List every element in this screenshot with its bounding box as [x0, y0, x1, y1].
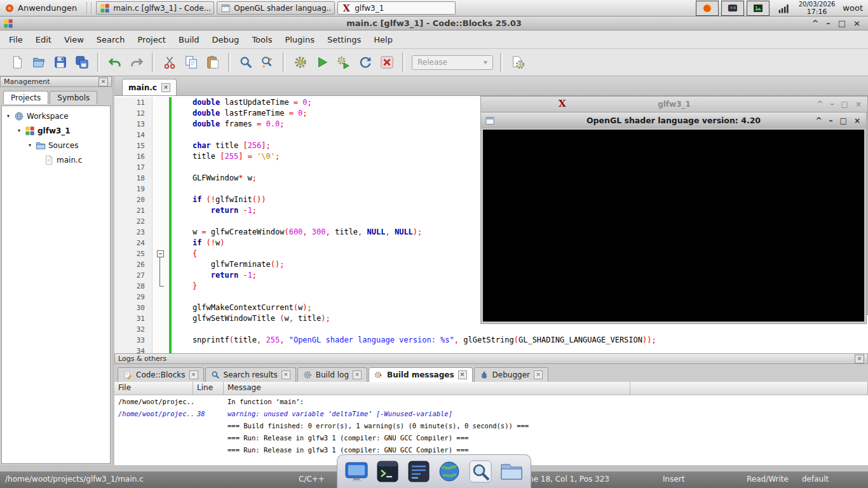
undo-button[interactable] — [106, 53, 124, 71]
clock[interactable]: 20/03/2026 17:16 — [799, 1, 836, 16]
fold-margin[interactable] — [153, 205, 169, 216]
rebuild-button[interactable] — [356, 53, 374, 71]
build-target-select[interactable]: Release — [412, 55, 493, 70]
fold-margin[interactable] — [153, 194, 169, 205]
logs-close-icon[interactable] — [855, 355, 864, 363]
menu-view[interactable]: View — [58, 32, 90, 47]
fold-box-icon[interactable] — [157, 250, 164, 257]
log-tab-close-icon[interactable] — [534, 370, 543, 379]
tree-item-main-c[interactable]: main.c — [2, 152, 110, 167]
menu-plugins[interactable]: Plugins — [278, 32, 321, 47]
log-tab-close-icon[interactable] — [458, 370, 467, 379]
build-button[interactable] — [292, 53, 309, 71]
management-close-icon[interactable] — [98, 78, 108, 86]
menu-search[interactable]: Search — [90, 32, 132, 47]
log-tab-close-icon[interactable] — [353, 370, 362, 379]
fold-margin[interactable] — [153, 270, 169, 281]
fold-margin[interactable] — [153, 108, 169, 119]
menu-build[interactable]: Build — [172, 32, 206, 47]
fold-margin[interactable] — [153, 130, 169, 140]
fold-margin[interactable] — [153, 173, 169, 184]
fold-margin[interactable] — [153, 227, 169, 238]
log-tab-close-icon[interactable] — [189, 370, 198, 379]
tree-item-workspace[interactable]: Workspace — [2, 109, 110, 123]
expander-icon[interactable] — [27, 142, 33, 148]
terminal-launcher[interactable] — [374, 458, 402, 485]
task-button-opengl-window[interactable]: OpenGL shader languag... — [217, 1, 335, 15]
find-button[interactable] — [237, 53, 255, 71]
fold-margin[interactable] — [153, 216, 169, 227]
fold-margin[interactable] — [153, 335, 169, 346]
column-file[interactable]: File — [114, 382, 193, 395]
run-button[interactable] — [313, 53, 331, 71]
menu-file[interactable]: File — [3, 32, 29, 47]
save-file-button[interactable] — [51, 53, 69, 71]
fold-margin[interactable] — [153, 292, 169, 302]
files-launcher[interactable] — [498, 458, 526, 485]
fold-margin[interactable] — [153, 119, 169, 130]
cut-button[interactable] — [161, 53, 179, 71]
task-button-codeblocks[interactable]: main.c [glfw3_1] - Code... — [96, 1, 214, 15]
column-message[interactable]: Message — [224, 382, 630, 395]
tab-build-log[interactable]: Build log — [297, 367, 367, 382]
shade-button[interactable] — [817, 100, 824, 109]
tab-build-messages[interactable]: Build messages — [369, 367, 473, 382]
image-viewer-tray-button[interactable] — [747, 1, 770, 16]
tree-item-sources[interactable]: Sources — [2, 138, 110, 152]
display-launcher[interactable] — [342, 458, 370, 485]
fold-margin[interactable] — [153, 248, 169, 259]
shade-button[interactable] — [811, 18, 818, 28]
minimize-button[interactable] — [831, 100, 834, 109]
redo-button[interactable] — [128, 53, 146, 71]
fold-margin[interactable] — [153, 281, 169, 292]
tree-item-project[interactable]: glfw3_1 — [2, 123, 110, 138]
firefox-tray-button[interactable] — [696, 1, 719, 16]
fold-margin[interactable] — [153, 324, 169, 335]
glfw-window-titlebar[interactable]: X glfw3_1 — [481, 97, 867, 112]
editor-tab-main-c[interactable]: main.c — [122, 79, 177, 95]
fold-margin[interactable] — [153, 259, 169, 270]
compile-file-button[interactable] — [509, 53, 527, 71]
table-row[interactable]: === Run: Release in glfw3_1 (compiler: G… — [114, 431, 868, 444]
tab-search-results[interactable]: Search results — [205, 367, 296, 382]
menu-debug[interactable]: Debug — [206, 32, 246, 47]
fold-margin[interactable] — [153, 97, 169, 108]
editor-tab-close-icon[interactable] — [161, 83, 170, 92]
fold-margin[interactable] — [153, 313, 169, 324]
replace-button[interactable] — [259, 53, 276, 71]
open-file-button[interactable] — [30, 53, 48, 71]
table-row[interactable]: /home/woot/projec... 38 warning: unused … — [114, 407, 868, 419]
shade-button[interactable] — [816, 116, 822, 125]
save-all-button[interactable] — [73, 53, 91, 71]
new-file-button[interactable] — [8, 53, 26, 71]
fold-margin[interactable] — [153, 302, 169, 313]
browser-launcher[interactable] — [435, 458, 463, 485]
menu-tools[interactable]: Tools — [245, 32, 278, 47]
tab-projects[interactable]: Projects — [3, 91, 48, 104]
menu-settings[interactable]: Settings — [321, 32, 367, 47]
terminal2-launcher[interactable] — [405, 458, 433, 485]
maximize-button[interactable] — [841, 100, 848, 109]
expander-icon[interactable] — [16, 128, 22, 133]
menu-help[interactable]: Help — [367, 32, 399, 47]
log-tab-close-icon[interactable] — [281, 370, 290, 379]
table-row[interactable]: === Build finished: 0 error(s), 1 warnin… — [114, 419, 868, 431]
paste-button[interactable] — [204, 53, 222, 71]
fold-margin[interactable] — [153, 238, 169, 248]
menu-edit[interactable]: Edit — [29, 32, 58, 47]
applications-menu-button[interactable]: Anwendungen — [3, 3, 82, 14]
close-button[interactable] — [855, 100, 862, 109]
fold-margin[interactable] — [153, 346, 169, 353]
build-and-run-button[interactable] — [335, 53, 353, 71]
opengl-window[interactable]: OpenGL shader language version: 4.20 — [480, 112, 867, 324]
fold-margin[interactable] — [153, 162, 169, 173]
fold-margin[interactable] — [153, 140, 169, 151]
window-titlebar[interactable]: main.c [glfw3_1] - Code::Blocks 25.03 — [0, 17, 868, 30]
fold-margin[interactable] — [153, 151, 169, 162]
network-status-icon[interactable] — [777, 2, 791, 15]
opengl-window-titlebar[interactable]: OpenGL shader language version: 4.20 — [481, 112, 866, 128]
maximize-button[interactable] — [838, 18, 846, 28]
close-button[interactable] — [854, 116, 860, 125]
abort-button[interactable] — [378, 53, 396, 71]
finder-launcher[interactable] — [466, 458, 494, 485]
